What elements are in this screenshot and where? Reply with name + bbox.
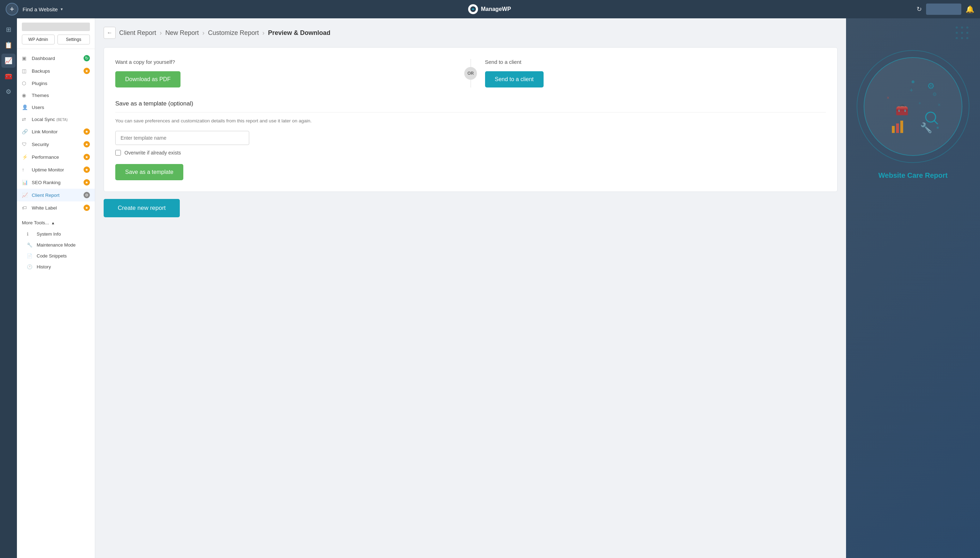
sidebar-item-link-monitor[interactable]: 🔗 Link Monitor ★: [17, 125, 95, 138]
performance-icon: ⚡: [22, 154, 28, 160]
wp-admin-button[interactable]: WP Admin: [22, 34, 55, 44]
svg-rect-14: [896, 123, 899, 133]
sidebar-label-link-monitor: Link Monitor: [32, 129, 58, 135]
client-report-icon: 📈: [22, 192, 28, 198]
svg-point-8: [961, 37, 963, 39]
more-tools-item-history[interactable]: 🕐 History: [17, 261, 95, 272]
sidebar-item-security[interactable]: 🛡 Security ★: [17, 138, 95, 151]
site-thumbnail: [22, 23, 90, 31]
sidebar-item-white-label[interactable]: 🏷 White Label ★: [17, 202, 95, 214]
client-report-badge: ⚙: [83, 192, 90, 198]
breadcrumb-new-report[interactable]: New Report: [165, 29, 199, 37]
sidebar-nav: ▣ Dashboard ↻ ◫ Backups ★ ⬡ Plugins ◉ Th…: [17, 49, 95, 217]
sidebar-item-seo-ranking[interactable]: 📊 SEO Ranking ★: [17, 176, 95, 189]
download-label: Want a copy for yourself?: [115, 59, 456, 65]
performance-badge: ★: [83, 154, 90, 160]
svg-text:×: ×: [938, 102, 941, 108]
more-tools-item-code-snippets[interactable]: 📄 Code Snippets: [17, 250, 95, 261]
download-pdf-button[interactable]: Download as PDF: [115, 71, 180, 87]
template-section-title: Save as a template (optional): [115, 100, 826, 107]
user-avatar[interactable]: [926, 3, 961, 15]
plugins-icon: ⬡: [22, 80, 28, 86]
svg-point-2: [961, 26, 963, 29]
svg-point-24: [937, 126, 939, 129]
svg-rect-15: [900, 121, 903, 133]
svg-text:🧰: 🧰: [895, 104, 909, 117]
sidebar-icon-client[interactable]: 📈: [2, 54, 16, 68]
seo-badge: ★: [83, 179, 90, 185]
overwrite-checkbox[interactable]: [115, 150, 121, 156]
sidebar-label-uptime-monitor: Uptime Monitor: [32, 167, 64, 172]
content-panel: ← Client Report › New Report › Customize…: [95, 18, 846, 558]
sidebar-item-performance[interactable]: ⚡ Performance ★: [17, 151, 95, 163]
preview-panel: ⚙ ⚙ 🧰 🔧 +: [846, 18, 980, 558]
topbar-center: ManageWP: [468, 4, 511, 14]
template-section: Save as a template (optional) You can sa…: [115, 100, 826, 180]
svg-point-9: [966, 37, 969, 39]
svg-text:🔧: 🔧: [920, 122, 933, 134]
send-to-client-button[interactable]: Send to a client: [485, 71, 543, 87]
sidebar-item-client-report[interactable]: 📈 Client Report ⚙: [17, 189, 95, 202]
create-new-report-button[interactable]: Create new report: [104, 199, 180, 217]
bell-icon[interactable]: 🔔: [965, 5, 974, 13]
more-tools-item-maintenance-mode[interactable]: 🔧 Maintenance Mode: [17, 240, 95, 250]
breadcrumb-client-report[interactable]: Client Report: [119, 29, 156, 37]
refresh-icon[interactable]: ↻: [916, 5, 922, 13]
svg-rect-13: [892, 126, 895, 133]
security-icon: 🛡: [22, 141, 28, 147]
breadcrumb: ← Client Report › New Report › Customize…: [104, 27, 838, 39]
system-info-icon: ℹ: [27, 231, 33, 237]
sidebar-icon-tools[interactable]: 🧰: [2, 69, 16, 83]
seo-ranking-icon: 📊: [22, 179, 28, 185]
sidebar-icon-reports[interactable]: 📋: [2, 38, 16, 52]
sidebar-label-local-sync: Local Sync (BETA): [32, 117, 68, 122]
add-website-button[interactable]: +: [6, 3, 18, 15]
sidebar-item-dashboard[interactable]: ▣ Dashboard ↻: [17, 52, 95, 64]
or-badge: OR: [464, 67, 477, 80]
svg-point-7: [955, 37, 958, 39]
icon-sidebar: ⊞ 📋 📈 🧰 ⚙: [0, 18, 17, 558]
sidebar-label-security: Security: [32, 142, 49, 147]
left-sidebar: WP Admin Settings ▣ Dashboard ↻ ◫ Backup…: [17, 18, 95, 558]
download-col: Want a copy for yourself? Download as PD…: [115, 59, 456, 87]
template-name-input[interactable]: [115, 131, 249, 145]
more-tools-list: ℹ System Info 🔧 Maintenance Mode 📄 Code …: [17, 228, 95, 272]
code-snippets-label: Code Snippets: [37, 253, 67, 259]
svg-point-1: [955, 26, 958, 29]
topbar-left: + Find a Website ▾: [6, 3, 63, 15]
sidebar-item-plugins[interactable]: ⬡ Plugins: [17, 77, 95, 89]
breadcrumb-customize-report[interactable]: Customize Report: [208, 29, 259, 37]
back-arrow-icon: ←: [107, 30, 113, 36]
svg-text:+: +: [918, 100, 921, 106]
system-info-label: System Info: [37, 231, 61, 237]
sidebar-label-themes: Themes: [32, 93, 49, 98]
overwrite-label[interactable]: Overwrite if already exists: [124, 150, 181, 156]
users-icon: 👤: [22, 104, 28, 110]
website-selector[interactable]: Find a Website ▾: [23, 7, 63, 12]
security-badge: ★: [83, 141, 90, 148]
svg-text:⚙: ⚙: [933, 91, 937, 97]
logo-icon: [468, 4, 478, 14]
sidebar-item-uptime-monitor[interactable]: ↑ Uptime Monitor ★: [17, 163, 95, 176]
sidebar-item-backups[interactable]: ◫ Backups ★: [17, 64, 95, 77]
topbar-right: ↻ 🔔: [916, 3, 974, 15]
sidebar-label-users: Users: [32, 105, 44, 110]
sidebar-icon-settings[interactable]: ⚙: [2, 85, 16, 99]
breadcrumb-preview-download: Preview & Download: [268, 29, 330, 37]
action-row: Want a copy for yourself? Download as PD…: [115, 59, 826, 87]
sidebar-item-users[interactable]: 👤 Users: [17, 101, 95, 113]
save-template-button[interactable]: Save as a template: [115, 164, 183, 180]
local-sync-icon: ⇄: [22, 117, 28, 122]
send-col: Send to a client Send to a client: [485, 59, 826, 87]
sidebar-item-local-sync[interactable]: ⇄ Local Sync (BETA): [17, 113, 95, 125]
preview-title: Website Care Report: [871, 171, 955, 179]
more-tools-item-system-info[interactable]: ℹ System Info: [17, 228, 95, 240]
sidebar-label-client-report: Client Report: [32, 193, 60, 198]
main-card: Want a copy for yourself? Download as PD…: [104, 47, 838, 192]
back-button[interactable]: ←: [104, 27, 116, 39]
settings-button[interactable]: Settings: [57, 34, 90, 44]
more-tools-header[interactable]: More Tools... ▲: [17, 217, 95, 228]
white-label-badge: ★: [83, 205, 90, 211]
sidebar-item-themes[interactable]: ◉ Themes: [17, 89, 95, 101]
sidebar-icon-overview[interactable]: ⊞: [2, 23, 16, 37]
